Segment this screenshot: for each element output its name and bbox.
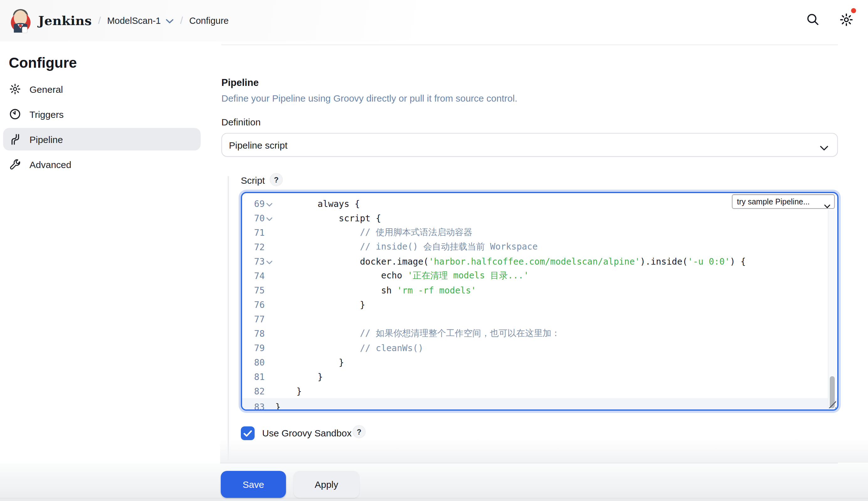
line-number: 73: [242, 256, 265, 266]
fold-gutter-spacer: [265, 402, 275, 411]
fold-gutter-spacer: [265, 315, 275, 323]
bottom-edge-strip: [0, 498, 868, 501]
wrench-icon: [9, 158, 21, 171]
sidebar-item-label: Advanced: [30, 159, 71, 170]
fold-gutter-spacer: [265, 343, 275, 352]
code-text: }: [275, 386, 302, 396]
code-line: 78 // 如果你想清理整个工作空间，也可以在这里加：: [242, 326, 837, 340]
definition-label: Definition: [221, 117, 261, 127]
pipeline-section-description[interactable]: Define your Pipeline using Groovy direct…: [221, 93, 517, 104]
fold-gutter-spacer: [265, 242, 275, 251]
code-line: 71 // 使用脚本式语法启动容器: [242, 225, 837, 239]
pipeline-icon: [9, 133, 21, 146]
save-button[interactable]: Save: [221, 471, 286, 498]
fold-gutter-spacer: [265, 286, 275, 295]
configure-sidebar: GeneralTriggersPipelineAdvanced: [3, 78, 201, 175]
jenkins-logo-icon[interactable]: [9, 8, 33, 34]
gear-icon: [839, 12, 853, 26]
line-number: 81: [242, 372, 265, 382]
chevron-down-icon: [820, 142, 828, 153]
definition-select-value: Pipeline script: [229, 139, 288, 150]
chevron-down-icon[interactable]: [166, 15, 174, 26]
fold-chevron-down-icon[interactable]: [265, 199, 275, 208]
code-line: 74 echo '正在清理 models 目录...': [242, 268, 837, 283]
definition-select[interactable]: Pipeline script: [221, 133, 838, 157]
code-text: // 使用脚本式语法启动容器: [275, 227, 472, 238]
notification-dot: [851, 8, 856, 13]
script-label: Script: [241, 175, 265, 185]
line-number: 79: [242, 343, 265, 353]
apply-button[interactable]: Apply: [294, 471, 359, 498]
jenkins-wordmark[interactable]: Jenkins: [38, 13, 92, 28]
code-text: }: [275, 372, 323, 382]
groovy-sandbox-checkbox[interactable]: [241, 426, 255, 440]
code-line: 76 }: [242, 297, 837, 312]
fold-chevron-down-icon[interactable]: [265, 213, 275, 222]
fold-chevron-down-icon[interactable]: [265, 257, 275, 266]
sidebar-item-triggers[interactable]: Triggers: [3, 103, 201, 125]
code-text: }: [275, 357, 344, 367]
sample-pipeline-select-value: try sample Pipeline...: [737, 197, 810, 206]
fold-gutter-spacer: [265, 271, 275, 280]
fold-gutter-spacer: [265, 228, 275, 237]
chevron-down-icon: [824, 200, 830, 211]
section-top-divider: [221, 44, 838, 45]
sidebar-item-advanced[interactable]: Advanced: [3, 153, 201, 175]
fold-gutter-spacer: [265, 329, 275, 338]
pipeline-section-title: Pipeline: [221, 77, 259, 88]
sidebar-item-pipeline[interactable]: Pipeline: [3, 128, 201, 150]
code-text: docker.image('harbor.halfcoffee.com/mode…: [275, 256, 746, 266]
search-button[interactable]: [802, 9, 824, 30]
breadcrumb-page: Configure: [189, 16, 229, 26]
fold-gutter-spacer: [265, 358, 275, 366]
breadcrumb-separator: /: [180, 15, 183, 26]
code-text: always {: [275, 199, 360, 209]
code-text: sh 'rm -rf models': [275, 285, 476, 295]
line-number: 75: [242, 285, 265, 295]
line-number: 71: [242, 227, 265, 237]
code-line: 70 script {: [242, 211, 837, 225]
line-number: 76: [242, 299, 265, 309]
line-number: 72: [242, 242, 265, 252]
code-line: 83}: [242, 398, 837, 411]
check-icon: [243, 430, 252, 437]
breadcrumb-separator: /: [98, 15, 101, 26]
code-line: 82 }: [242, 384, 837, 398]
code-area[interactable]: 69 always {70 script {71 // 使用脚本式语法启动容器7…: [242, 193, 837, 409]
editor-scrollbar-track[interactable]: [828, 210, 836, 407]
code-text: echo '正在清理 models 目录...': [275, 270, 529, 281]
jenkins-configure-page: Jenkins / ModelScan-1 / Configure: [0, 0, 868, 501]
gear-icon: [9, 83, 21, 95]
fold-gutter-spacer: [265, 372, 275, 381]
code-text: script {: [275, 213, 381, 223]
manage-jenkins-button[interactable]: [835, 9, 857, 30]
search-icon: [806, 12, 820, 26]
line-number: 83: [242, 402, 265, 411]
code-line: 79 // cleanWs(): [242, 340, 837, 355]
code-line: 81 }: [242, 369, 837, 384]
bottom-app-bar: [0, 463, 868, 501]
groovy-sandbox-label: Use Groovy Sandbox: [262, 428, 351, 438]
code-line: 77: [242, 312, 837, 326]
sample-pipeline-select[interactable]: try sample Pipeline...: [732, 194, 835, 209]
fold-gutter-spacer: [265, 300, 275, 309]
code-text: }: [275, 299, 365, 309]
line-number: 80: [242, 357, 265, 367]
footer-fade: [220, 439, 868, 463]
code-text: // inside() 会自动挂载当前 Workspace: [275, 241, 538, 252]
code-text: }: [275, 402, 280, 411]
breadcrumb-job[interactable]: ModelScan-1: [107, 16, 161, 26]
script-help-button[interactable]: ?: [270, 173, 283, 186]
line-number: 77: [242, 314, 265, 324]
line-number: 70: [242, 213, 265, 223]
code-text: // 如果你想清理整个工作空间，也可以在这里加：: [275, 328, 560, 339]
sidebar-item-general[interactable]: General: [3, 78, 201, 100]
line-number: 82: [242, 386, 265, 396]
code-line: 80 }: [242, 355, 837, 369]
section-indent-line: [227, 176, 229, 460]
sandbox-help-button[interactable]: ?: [352, 425, 366, 438]
pipeline-script-editor[interactable]: 69 always {70 script {71 // 使用脚本式语法启动容器7…: [241, 192, 838, 411]
line-number: 69: [242, 199, 265, 209]
line-number: 78: [242, 328, 265, 338]
breadcrumb: Jenkins / ModelScan-1 / Configure: [9, 6, 229, 36]
